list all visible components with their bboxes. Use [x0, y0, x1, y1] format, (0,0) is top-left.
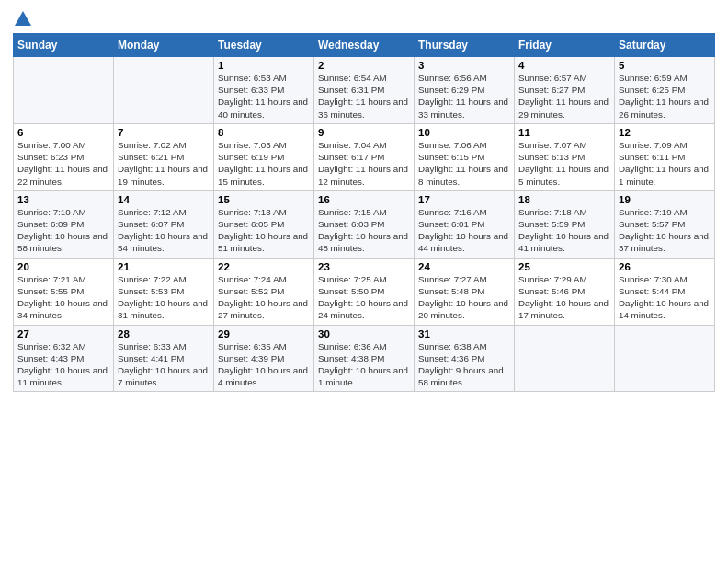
day-info: Sunrise: 7:18 AMSunset: 5:59 PMDaylight:…	[518, 206, 610, 255]
calendar-cell: 17Sunrise: 7:16 AMSunset: 6:01 PMDayligh…	[415, 190, 515, 258]
calendar-cell: 22Sunrise: 7:24 AMSunset: 5:52 PMDayligh…	[214, 258, 314, 325]
calendar-cell: 6Sunrise: 7:00 AMSunset: 6:23 PMDaylight…	[14, 123, 114, 190]
calendar-cell: 2Sunrise: 6:54 AMSunset: 6:31 PMDaylight…	[314, 57, 415, 124]
day-number: 8	[218, 127, 310, 138]
svg-marker-0	[15, 11, 31, 26]
day-number: 18	[518, 194, 610, 205]
calendar-cell: 31Sunrise: 6:38 AMSunset: 4:36 PMDayligh…	[415, 325, 515, 392]
calendar-cell: 20Sunrise: 7:21 AMSunset: 5:55 PMDayligh…	[14, 258, 114, 325]
day-number: 16	[318, 194, 410, 205]
day-info: Sunrise: 6:56 AMSunset: 6:29 PMDaylight:…	[418, 72, 510, 121]
day-info: Sunrise: 6:54 AMSunset: 6:31 PMDaylight:…	[318, 72, 410, 121]
calendar-day-header: Tuesday	[214, 34, 314, 57]
calendar-cell	[615, 325, 715, 392]
day-number: 1	[218, 60, 310, 71]
day-number: 17	[418, 194, 510, 205]
day-info: Sunrise: 6:35 AMSunset: 4:39 PMDaylight:…	[218, 340, 310, 389]
calendar-day-header: Monday	[114, 34, 214, 57]
calendar-week-row: 20Sunrise: 7:21 AMSunset: 5:55 PMDayligh…	[14, 258, 715, 325]
header	[13, 9, 715, 26]
logo-triangle-icon	[15, 11, 31, 26]
day-info: Sunrise: 7:19 AMSunset: 5:57 PMDaylight:…	[619, 206, 711, 255]
calendar-cell: 24Sunrise: 7:27 AMSunset: 5:48 PMDayligh…	[415, 258, 515, 325]
day-number: 31	[418, 328, 510, 339]
day-number: 14	[118, 194, 210, 205]
calendar-header-row: SundayMondayTuesdayWednesdayThursdayFrid…	[14, 34, 715, 57]
calendar-cell: 15Sunrise: 7:13 AMSunset: 6:05 PMDayligh…	[214, 190, 314, 258]
day-info: Sunrise: 7:29 AMSunset: 5:46 PMDaylight:…	[518, 273, 610, 322]
day-info: Sunrise: 7:21 AMSunset: 5:55 PMDaylight:…	[17, 273, 109, 322]
calendar-cell: 10Sunrise: 7:06 AMSunset: 6:15 PMDayligh…	[415, 123, 515, 190]
day-info: Sunrise: 7:10 AMSunset: 6:09 PMDaylight:…	[17, 206, 109, 255]
calendar-cell	[14, 57, 114, 124]
calendar-cell: 7Sunrise: 7:02 AMSunset: 6:21 PMDaylight…	[114, 123, 214, 190]
day-number: 15	[218, 194, 310, 205]
day-number: 5	[619, 60, 711, 71]
calendar-day-header: Saturday	[615, 34, 715, 57]
calendar-day-header: Wednesday	[314, 34, 415, 57]
calendar-week-row: 1Sunrise: 6:53 AMSunset: 6:33 PMDaylight…	[14, 57, 715, 124]
day-number: 22	[218, 261, 310, 272]
day-number: 9	[318, 127, 410, 138]
calendar-cell: 3Sunrise: 6:56 AMSunset: 6:29 PMDaylight…	[415, 57, 515, 124]
calendar-cell: 16Sunrise: 7:15 AMSunset: 6:03 PMDayligh…	[314, 190, 415, 258]
calendar-cell: 26Sunrise: 7:30 AMSunset: 5:44 PMDayligh…	[615, 258, 715, 325]
day-number: 23	[318, 261, 410, 272]
day-info: Sunrise: 6:32 AMSunset: 4:43 PMDaylight:…	[17, 340, 109, 389]
day-number: 28	[118, 328, 210, 339]
logo	[13, 13, 31, 26]
calendar-cell: 27Sunrise: 6:32 AMSunset: 4:43 PMDayligh…	[14, 325, 114, 392]
day-info: Sunrise: 7:07 AMSunset: 6:13 PMDaylight:…	[518, 139, 610, 188]
calendar-cell: 12Sunrise: 7:09 AMSunset: 6:11 PMDayligh…	[615, 123, 715, 190]
day-info: Sunrise: 7:25 AMSunset: 5:50 PMDaylight:…	[318, 273, 410, 322]
day-info: Sunrise: 6:38 AMSunset: 4:36 PMDaylight:…	[418, 340, 510, 389]
day-info: Sunrise: 6:57 AMSunset: 6:27 PMDaylight:…	[518, 72, 610, 121]
calendar-cell: 4Sunrise: 6:57 AMSunset: 6:27 PMDaylight…	[515, 57, 615, 124]
day-number: 25	[518, 261, 610, 272]
day-number: 2	[318, 60, 410, 71]
calendar-cell	[515, 325, 615, 392]
day-info: Sunrise: 7:24 AMSunset: 5:52 PMDaylight:…	[218, 273, 310, 322]
day-info: Sunrise: 6:36 AMSunset: 4:38 PMDaylight:…	[318, 340, 410, 389]
day-number: 4	[518, 60, 610, 71]
day-info: Sunrise: 7:16 AMSunset: 6:01 PMDaylight:…	[418, 206, 510, 255]
page: SundayMondayTuesdayWednesdayThursdayFrid…	[0, 0, 728, 563]
day-info: Sunrise: 7:27 AMSunset: 5:48 PMDaylight:…	[418, 273, 510, 322]
calendar-day-header: Friday	[515, 34, 615, 57]
day-number: 6	[17, 127, 109, 138]
calendar-cell: 23Sunrise: 7:25 AMSunset: 5:50 PMDayligh…	[314, 258, 415, 325]
day-info: Sunrise: 7:12 AMSunset: 6:07 PMDaylight:…	[118, 206, 210, 255]
day-info: Sunrise: 7:30 AMSunset: 5:44 PMDaylight:…	[619, 273, 711, 322]
calendar-cell: 9Sunrise: 7:04 AMSunset: 6:17 PMDaylight…	[314, 123, 415, 190]
calendar-cell: 28Sunrise: 6:33 AMSunset: 4:41 PMDayligh…	[114, 325, 214, 392]
day-info: Sunrise: 7:06 AMSunset: 6:15 PMDaylight:…	[418, 139, 510, 188]
calendar-cell: 21Sunrise: 7:22 AMSunset: 5:53 PMDayligh…	[114, 258, 214, 325]
day-number: 10	[418, 127, 510, 138]
day-info: Sunrise: 7:04 AMSunset: 6:17 PMDaylight:…	[318, 139, 410, 188]
day-number: 30	[318, 328, 410, 339]
day-info: Sunrise: 7:13 AMSunset: 6:05 PMDaylight:…	[218, 206, 310, 255]
day-info: Sunrise: 7:02 AMSunset: 6:21 PMDaylight:…	[118, 139, 210, 188]
day-number: 13	[17, 194, 109, 205]
calendar-week-row: 6Sunrise: 7:00 AMSunset: 6:23 PMDaylight…	[14, 123, 715, 190]
calendar-table: SundayMondayTuesdayWednesdayThursdayFrid…	[13, 33, 715, 392]
day-number: 24	[418, 261, 510, 272]
day-info: Sunrise: 6:33 AMSunset: 4:41 PMDaylight:…	[118, 340, 210, 389]
day-number: 12	[619, 127, 711, 138]
day-info: Sunrise: 7:09 AMSunset: 6:11 PMDaylight:…	[619, 139, 711, 188]
day-number: 3	[418, 60, 510, 71]
calendar-day-header: Thursday	[415, 34, 515, 57]
day-number: 21	[118, 261, 210, 272]
day-number: 20	[17, 261, 109, 272]
day-number: 19	[619, 194, 711, 205]
calendar-day-header: Sunday	[14, 34, 114, 57]
day-info: Sunrise: 7:00 AMSunset: 6:23 PMDaylight:…	[17, 139, 109, 188]
calendar-cell: 29Sunrise: 6:35 AMSunset: 4:39 PMDayligh…	[214, 325, 314, 392]
day-number: 29	[218, 328, 310, 339]
calendar-cell: 8Sunrise: 7:03 AMSunset: 6:19 PMDaylight…	[214, 123, 314, 190]
day-info: Sunrise: 7:03 AMSunset: 6:19 PMDaylight:…	[218, 139, 310, 188]
day-number: 26	[619, 261, 711, 272]
day-number: 7	[118, 127, 210, 138]
calendar-cell	[114, 57, 214, 124]
day-number: 27	[17, 328, 109, 339]
